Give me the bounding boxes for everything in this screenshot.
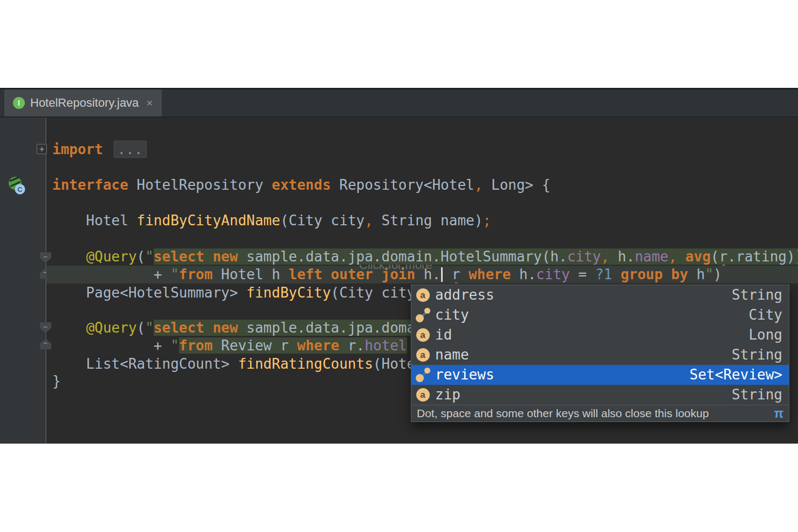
completion-item-label: city bbox=[435, 306, 469, 324]
code-token: } bbox=[52, 373, 61, 389]
code-token bbox=[52, 320, 86, 336]
code-token: sample.data.jpa.doma bbox=[238, 320, 415, 336]
attribute-icon-letter: a bbox=[416, 288, 430, 302]
screenshot-root: I HotelRepository.java × + C − − − − Cli… bbox=[0, 0, 798, 532]
completion-popup: aaddressStringcityCityaidLonganameString… bbox=[411, 285, 789, 422]
code-token: + bbox=[52, 337, 170, 354]
attribute-icon-letter: a bbox=[416, 328, 430, 342]
code-token bbox=[677, 248, 685, 265]
code-token: h. bbox=[609, 248, 635, 265]
completion-item[interactable]: reviewsSet<Review> bbox=[411, 365, 789, 385]
code-token: " bbox=[145, 320, 154, 336]
completion-item-label: address bbox=[435, 286, 494, 304]
code-token: , bbox=[669, 248, 677, 265]
pi-icon: π bbox=[774, 406, 783, 421]
editor-tab-bar: I HotelRepository.java × bbox=[0, 88, 798, 118]
code-token: r. bbox=[339, 337, 364, 354]
code-token: where bbox=[297, 337, 339, 354]
code-token: ... bbox=[114, 141, 147, 158]
code-token: sample.data.jpa.domain.HotelSummary(h. bbox=[238, 248, 567, 265]
code-token: ( bbox=[137, 248, 146, 265]
completion-hint-footer: Dot, space and some other keys will also… bbox=[411, 405, 789, 422]
code-token: , bbox=[601, 248, 610, 265]
code-line: + "from Hotel h left outer join h. r whe… bbox=[52, 266, 798, 284]
code-token bbox=[52, 248, 86, 265]
completion-item-label: zip bbox=[435, 386, 460, 404]
completion-item[interactable]: azipString bbox=[411, 385, 789, 405]
code-token: List<RatingCount> bbox=[52, 356, 238, 372]
code-line: @Query("select new sample.data.jpa.domai… bbox=[52, 248, 798, 266]
completion-item-label: name bbox=[435, 346, 469, 364]
ide-window: I HotelRepository.java × + C − − − − Cli… bbox=[0, 88, 798, 444]
code-token: import bbox=[52, 141, 103, 157]
completion-item-type: String bbox=[732, 346, 789, 364]
code-line: import ... bbox=[52, 141, 798, 158]
relation-icon bbox=[415, 308, 431, 322]
code-token: = bbox=[570, 266, 595, 282]
code-token: select new bbox=[154, 248, 238, 265]
code-token bbox=[443, 266, 452, 282]
completion-item-type: City bbox=[748, 306, 789, 324]
code-token: , bbox=[364, 212, 373, 229]
code-token: avg bbox=[685, 248, 711, 265]
code-token: Hotel h bbox=[212, 266, 288, 282]
attribute-icon: a bbox=[415, 288, 431, 302]
code-token: city bbox=[536, 266, 570, 282]
completion-item-type: String bbox=[732, 286, 789, 304]
code-token: left outer join bbox=[288, 266, 415, 282]
code-token bbox=[612, 266, 621, 282]
code-token: Repository<Hotel bbox=[339, 177, 474, 193]
tab-hotelrepository-java[interactable]: I HotelRepository.java × bbox=[4, 89, 162, 116]
code-token: ( bbox=[711, 248, 719, 265]
code-token: , bbox=[474, 177, 483, 193]
code-token: Long> { bbox=[483, 177, 550, 193]
tab-title: HotelRepository.java bbox=[30, 96, 139, 110]
completion-item[interactable]: anameString bbox=[411, 345, 789, 365]
java-interface-icon: I bbox=[13, 97, 25, 109]
code-token: hotel bbox=[364, 337, 407, 354]
completion-item-type: Long bbox=[748, 326, 789, 344]
code-token: (City city bbox=[331, 285, 416, 301]
code-token: ?1 bbox=[595, 266, 612, 282]
completion-item[interactable]: aaddressString bbox=[411, 285, 789, 305]
code-token: " bbox=[705, 266, 713, 282]
completion-item-label: reviews bbox=[435, 366, 494, 384]
code-token: Review r bbox=[212, 337, 297, 354]
attribute-icon-letter: a bbox=[416, 388, 430, 402]
code-token: select new bbox=[154, 320, 238, 336]
code-token: @Query bbox=[86, 320, 137, 336]
code-token: " bbox=[170, 266, 179, 282]
text-caret bbox=[441, 267, 443, 282]
code-token: " bbox=[145, 248, 154, 265]
code-token: name bbox=[635, 248, 669, 265]
code-token: extends bbox=[272, 177, 339, 193]
completion-item[interactable]: aidLong bbox=[411, 325, 789, 345]
code-line: interface HotelRepository extends Reposi… bbox=[52, 176, 798, 194]
code-token: interface bbox=[52, 177, 137, 193]
code-token: r bbox=[719, 248, 728, 265]
completion-item-type: String bbox=[732, 386, 789, 404]
attribute-icon: a bbox=[415, 388, 431, 402]
code-token: HotelRepository bbox=[137, 177, 272, 193]
code-token: + bbox=[52, 266, 170, 282]
code-token: (City city bbox=[280, 212, 365, 229]
code-token: h. bbox=[511, 266, 536, 282]
code-token: .rating)) bbox=[727, 248, 798, 265]
code-token: ) bbox=[713, 266, 722, 282]
tab-close-icon[interactable]: × bbox=[146, 96, 153, 109]
code-token: findByCity bbox=[246, 285, 331, 301]
code-token: city bbox=[567, 248, 601, 265]
code-token: String name) bbox=[373, 212, 483, 229]
code-token: r bbox=[452, 266, 460, 282]
code-token: Hotel bbox=[52, 212, 137, 229]
attribute-icon-letter: a bbox=[416, 348, 430, 362]
completion-hint-text: Dot, space and some other keys will also… bbox=[417, 407, 709, 420]
code-line: Hotel findByCityAndName(City city, Strin… bbox=[52, 212, 798, 230]
code-token: where bbox=[469, 266, 511, 282]
code-token: findRatingCounts bbox=[238, 356, 373, 372]
attribute-icon: a bbox=[415, 348, 431, 362]
code-token: h. bbox=[415, 266, 441, 282]
code-token: ; bbox=[483, 212, 491, 229]
code-token: ( bbox=[137, 320, 146, 336]
completion-item[interactable]: cityCity bbox=[411, 305, 789, 325]
